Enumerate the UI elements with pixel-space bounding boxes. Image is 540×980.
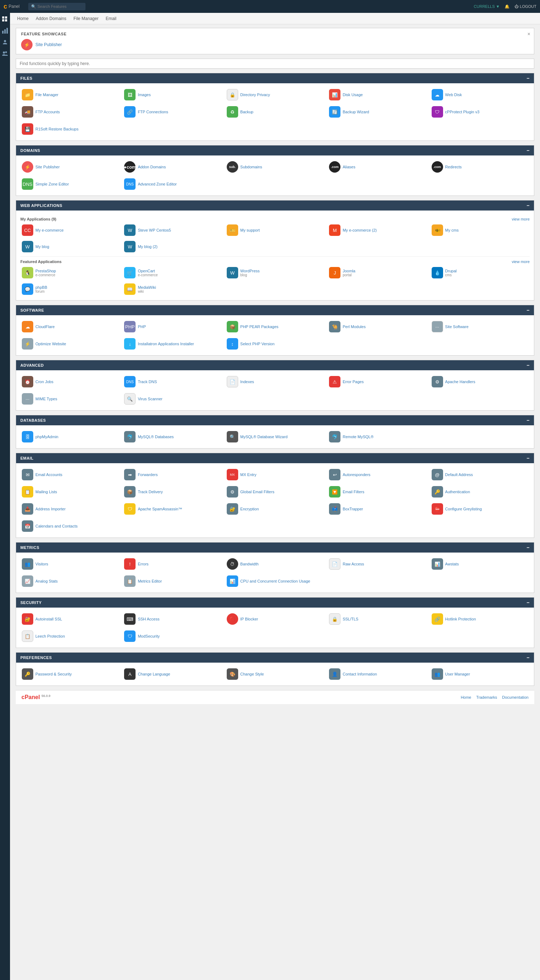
- software-pear[interactable]: 📦 PHP PEAR Packages: [225, 319, 325, 334]
- pref-password[interactable]: 🔑 Password & Security: [21, 666, 120, 682]
- email-spamassassin[interactable]: 🛡 Apache SpamAssassin™: [123, 501, 222, 517]
- email-global-filters[interactable]: ⚙ Global Email Filters: [225, 484, 325, 500]
- advanced-error-pages[interactable]: ⚠ Error Pages: [328, 374, 427, 390]
- featured-prestashop[interactable]: 🐧 PrestaShop e-commerce: [21, 265, 120, 280]
- notification-icon[interactable]: 🔔: [505, 4, 510, 9]
- software-perl[interactable]: 🐪 Perl Modules: [328, 319, 427, 334]
- email-calendars[interactable]: 📅 Calendars and Contacts: [21, 518, 120, 534]
- db-mysql[interactable]: 🐬 MySQL® Databases: [123, 429, 222, 445]
- my-app-blog2[interactable]: W My blog (2): [123, 239, 222, 254]
- software-php-version[interactable]: ↕ Select PHP Version: [225, 336, 325, 352]
- metrics-raw-access[interactable]: 📄 Raw Access: [328, 556, 427, 572]
- security-ssltls[interactable]: 🔒 SSL/TLS: [328, 611, 427, 627]
- security-ip-blocker[interactable]: 🚫 IP Blocker: [225, 611, 325, 627]
- featured-mediawiki[interactable]: 📖 MediaWiki wiki: [123, 282, 222, 297]
- my-app-ecommerce[interactable]: CC My e-commerce: [21, 223, 120, 238]
- security-autossl[interactable]: 🔐 Autoinstall SSL: [21, 611, 120, 627]
- feature-search-input[interactable]: [20, 61, 530, 66]
- footer-link-home[interactable]: Home: [460, 695, 471, 700]
- pref-language[interactable]: A Change Language: [123, 666, 222, 682]
- db-phpmyadmin[interactable]: 🗄 phpMyAdmin: [21, 429, 120, 445]
- files-section-toggle[interactable]: −: [526, 75, 530, 81]
- pref-style[interactable]: 🎨 Change Style: [225, 666, 325, 682]
- my-app-steve-wp[interactable]: W Steve WP Centos5: [123, 223, 222, 238]
- search-box[interactable]: 🔍: [28, 3, 86, 10]
- webapps-section-toggle[interactable]: −: [526, 203, 530, 208]
- domains-section-toggle[interactable]: −: [526, 148, 530, 153]
- advanced-virus-scanner[interactable]: 🔍 Virus Scanner: [123, 391, 222, 407]
- domains-item-site-publisher[interactable]: ⚡ Site Publisher: [21, 159, 120, 175]
- metrics-cpu-usage[interactable]: 📊 CPU and Concurrent Connection Usage: [225, 573, 325, 589]
- footer-link-trademarks[interactable]: Trademarks: [476, 695, 497, 700]
- security-ssh[interactable]: ⌨ SSH Access: [123, 611, 222, 627]
- advanced-apache-handlers[interactable]: ⚙ Apache Handlers: [430, 374, 530, 390]
- email-section-toggle[interactable]: −: [526, 455, 530, 461]
- featured-joomla[interactable]: J Joomla portal: [328, 265, 427, 280]
- software-section-toggle[interactable]: −: [526, 307, 530, 313]
- email-forwarders[interactable]: ➡ Forwarders: [123, 467, 222, 482]
- nav-addon-domains[interactable]: Addon Domains: [36, 16, 66, 21]
- metrics-editor[interactable]: 📋 Metrics Editor: [123, 573, 222, 589]
- domains-item-redirects[interactable]: .com Redirects: [430, 159, 530, 175]
- nav-email[interactable]: Email: [105, 16, 116, 21]
- sidebar-users-icon[interactable]: [2, 50, 9, 57]
- metrics-bandwidth[interactable]: ⏱ Bandwidth: [225, 556, 325, 572]
- domains-item-addon-domains[interactable]: ●com Addon Domains: [123, 159, 222, 175]
- db-mysql-wizard[interactable]: 🔍 MySQL® Database Wizard: [225, 429, 325, 445]
- email-filters[interactable]: 🔽 Email Filters: [328, 484, 427, 500]
- featured-apps-view-more[interactable]: view more: [512, 259, 530, 264]
- footer-link-docs[interactable]: Documentation: [502, 695, 529, 700]
- files-item-backup-wizard[interactable]: 🔄 Backup Wizard: [328, 104, 427, 120]
- showcase-item-label[interactable]: Site Publisher: [35, 42, 62, 47]
- files-item-images[interactable]: 🖼 Images: [123, 87, 222, 103]
- email-greylisting[interactable]: ⛔ Configure Greylisting: [430, 501, 530, 517]
- metrics-awstats[interactable]: 📊 Awstats: [430, 556, 530, 572]
- advanced-cron[interactable]: ⏰ Cron Jobs: [21, 374, 120, 390]
- files-item-ftp-accounts[interactable]: 🚚 FTP Accounts: [21, 104, 120, 120]
- my-app-support[interactable]: 🎫 My support: [225, 223, 325, 238]
- files-item-ftp-connections[interactable]: 🔗 FTP Connections: [123, 104, 222, 120]
- databases-section-toggle[interactable]: −: [526, 417, 530, 423]
- my-app-ecommerce2[interactable]: M My e-commerce (2): [328, 223, 427, 238]
- files-item-r1soft[interactable]: 💾 R1Soft Restore Backups: [21, 121, 120, 137]
- domains-item-advanced-zone[interactable]: DNS Advanced Zone Editor: [123, 176, 222, 192]
- nav-file-manager[interactable]: File Manager: [73, 16, 98, 21]
- email-autoresponders[interactable]: ↩ Autoresponders: [328, 467, 427, 482]
- my-app-cms[interactable]: 🐠 My cms: [430, 223, 530, 238]
- my-app-blog[interactable]: W My blog: [21, 239, 120, 254]
- email-mailing-lists[interactable]: 📋 Mailing Lists: [21, 484, 120, 500]
- sidebar-user-icon[interactable]: [2, 38, 9, 46]
- software-optimize[interactable]: ⚡ Optimize Website: [21, 336, 120, 352]
- security-section-toggle[interactable]: −: [526, 600, 530, 605]
- software-php[interactable]: PHP PHP: [123, 319, 222, 334]
- files-item-disk-usage[interactable]: 📊 Disk Usage: [328, 87, 427, 103]
- featured-drupal[interactable]: 💧 Drupal cms: [430, 265, 530, 280]
- metrics-section-toggle[interactable]: −: [526, 545, 530, 550]
- email-address-importer[interactable]: 📥 Address Importer: [21, 501, 120, 517]
- email-boxtrapper[interactable]: 📫 BoxTrapper: [328, 501, 427, 517]
- sidebar-grid-icon[interactable]: [2, 16, 9, 23]
- files-item-backup[interactable]: ♻ Backup: [225, 104, 325, 120]
- showcase-close-button[interactable]: ×: [527, 31, 530, 37]
- email-track-delivery[interactable]: 📦 Track Delivery: [123, 484, 222, 500]
- software-cloudflare[interactable]: ☁ CloudFlare: [21, 319, 120, 334]
- user-menu[interactable]: CURRELLS ▼: [474, 4, 500, 9]
- advanced-indexes[interactable]: 📄 Indexes: [225, 374, 325, 390]
- logout-button[interactable]: ⏻ LOGOUT: [515, 4, 537, 9]
- metrics-visitors[interactable]: 👥 Visitors: [21, 556, 120, 572]
- email-encryption[interactable]: 🔐 Encryption: [225, 501, 325, 517]
- pref-user-manager[interactable]: 👥 User Manager: [430, 666, 530, 682]
- files-item-directory-privacy[interactable]: 🔒 Directory Privacy: [225, 87, 325, 103]
- domains-item-aliases[interactable]: .com Aliases: [328, 159, 427, 175]
- email-mx-entry[interactable]: MX MX Entry: [225, 467, 325, 482]
- email-authentication[interactable]: 🔑 Authentication: [430, 484, 530, 500]
- files-item-file-manager[interactable]: 📁 File Manager: [21, 87, 120, 103]
- domains-item-subdomains[interactable]: sub. Subdomains: [225, 159, 325, 175]
- nav-home[interactable]: Home: [17, 16, 29, 21]
- pref-contact[interactable]: 👤 Contact Information: [328, 666, 427, 682]
- security-leech[interactable]: 📋 Leech Protection: [21, 628, 120, 644]
- advanced-track-dns[interactable]: DNS Track DNS: [123, 374, 222, 390]
- email-accounts[interactable]: ✉ Email Accounts: [21, 467, 120, 482]
- email-default-address[interactable]: @ Default Address: [430, 467, 530, 482]
- metrics-errors[interactable]: ! Errors: [123, 556, 222, 572]
